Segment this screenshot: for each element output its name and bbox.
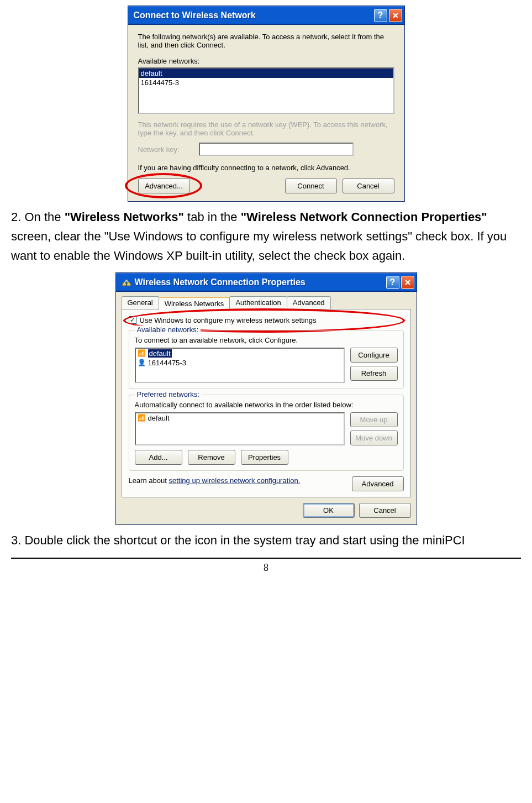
signal-icon: 📶 (138, 414, 146, 422)
help-button[interactable]: ? (386, 276, 399, 289)
intro-text: The following network(s) are available. … (138, 33, 394, 49)
tab-panel: ✓ Use Windows to configure my wireless n… (122, 309, 411, 497)
tab-general[interactable]: General (122, 296, 159, 309)
available-networks-group: Available networks: To connect to an ava… (129, 330, 404, 389)
page-number: 8 (11, 558, 521, 574)
network-key-label: Network key: (138, 145, 199, 154)
network-key-input[interactable] (199, 143, 354, 156)
wireless-properties-dialog: Wireless Network Connection Properties ?… (115, 272, 417, 525)
remove-button[interactable]: Remove (188, 450, 235, 465)
checkbox-label: Use Windows to configure my wireless net… (140, 316, 317, 324)
available-label: Available networks: (138, 57, 394, 65)
add-button[interactable]: Add... (135, 450, 182, 465)
list-item[interactable]: default (139, 69, 393, 78)
checkbox-icon[interactable]: ✓ (129, 316, 136, 324)
available-hint: To connect to an available network, clic… (135, 336, 398, 344)
group-legend: Available networks: (135, 326, 201, 334)
help-button[interactable]: ? (374, 9, 387, 22)
tab-wireless-networks[interactable]: Wireless Networks (159, 297, 230, 309)
move-down-button[interactable]: Move down (350, 431, 398, 445)
window-title: Connect to Wireless Network (134, 11, 372, 20)
instruction-step-3: 3. Double click the shortcut or the icon… (11, 531, 521, 550)
wep-note: This network requires the use of a netwo… (138, 120, 394, 137)
titlebar[interactable]: Connect to Wireless Network ? (128, 6, 404, 25)
close-icon (404, 279, 411, 286)
instruction-step-2: 2. On the "Wireless Networks" tab in the… (11, 207, 521, 266)
network-icon (122, 277, 131, 287)
titlebar[interactable]: Wireless Network Connection Properties ? (116, 273, 417, 292)
svg-rect-1 (127, 283, 130, 286)
available-networks-list[interactable]: 📶 default 👤 16144475-3 (135, 348, 345, 383)
advanced-button[interactable]: Advanced... (138, 179, 190, 193)
connect-button[interactable]: Connect (285, 179, 337, 193)
refresh-button[interactable]: Refresh (350, 366, 398, 381)
svg-rect-0 (123, 283, 126, 286)
tab-advanced[interactable]: Advanced (287, 296, 331, 309)
list-item[interactable]: 📶 default (136, 413, 344, 423)
use-windows-checkbox-row[interactable]: ✓ Use Windows to configure my wireless n… (129, 316, 404, 324)
adhoc-icon: 👤 (138, 359, 146, 366)
preferred-hint: Automatically connect to available netwo… (135, 401, 398, 409)
properties-button[interactable]: Properties (241, 450, 288, 465)
group-legend: Preferred networks: (135, 390, 202, 398)
tab-authentication[interactable]: Authentication (229, 296, 287, 309)
cancel-button[interactable]: Cancel (343, 179, 394, 193)
list-item[interactable]: 👤 16144475-3 (136, 358, 344, 368)
configure-button[interactable]: Configure (350, 348, 398, 363)
available-networks-list[interactable]: default 16144475-3 (138, 67, 394, 114)
preferred-networks-group: Preferred networks: Automatically connec… (129, 395, 404, 471)
tab-row: General Wireless Networks Authentication… (116, 292, 417, 309)
learn-prefix: Learn about (129, 476, 169, 485)
cancel-button[interactable]: Cancel (359, 503, 411, 518)
help-note: If you are having difficulty connecting … (138, 164, 394, 172)
ok-button[interactable]: OK (303, 503, 355, 518)
learn-link[interactable]: setting up wireless network configuratio… (169, 476, 301, 485)
close-button[interactable] (389, 9, 402, 22)
advanced-button[interactable]: Advanced (352, 476, 404, 491)
preferred-networks-list[interactable]: 📶 default (135, 412, 345, 445)
list-item[interactable]: 16144475-3 (139, 78, 393, 87)
signal-icon: 📶 (138, 349, 146, 357)
window-title: Wireless Network Connection Properties (135, 277, 384, 287)
close-button[interactable] (401, 276, 414, 289)
list-item[interactable]: 📶 default (136, 349, 344, 358)
close-icon (392, 12, 399, 19)
move-up-button[interactable]: Move up (350, 412, 398, 427)
connect-wireless-dialog: Connect to Wireless Network ? The follow… (128, 6, 405, 202)
